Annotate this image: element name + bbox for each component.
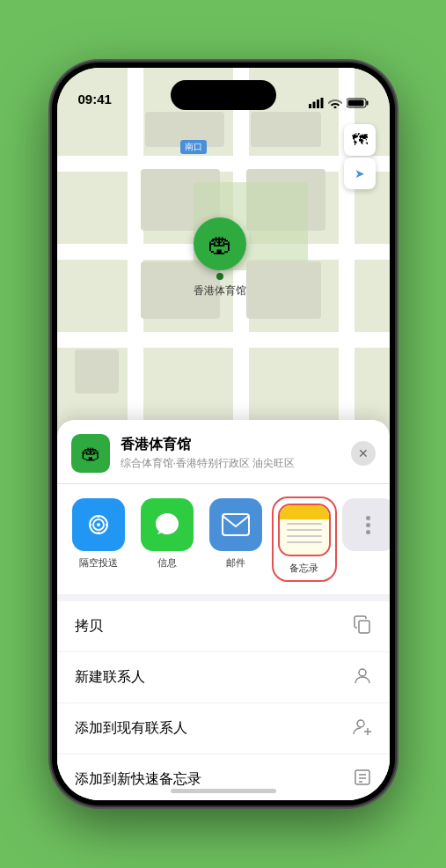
svg-point-9 <box>97 523 100 526</box>
sheet-header: 🏟 香港体育馆 综合体育馆·香港特别行政区 油尖旺区 ✕ <box>57 420 390 484</box>
notes-line-2 <box>287 529 322 531</box>
svg-point-16 <box>359 669 366 676</box>
map-area: 南口 🗺 ➤ 🏟 香港体育馆 <box>57 68 390 438</box>
pin-emoji: 🏟 <box>208 230 232 259</box>
share-row: 隔空投送 信息 <box>57 484 390 601</box>
venue-info: 香港体育馆 综合体育馆·香港特别行政区 油尖旺区 <box>121 436 351 471</box>
notes-line-4 <box>287 541 322 543</box>
svg-rect-6 <box>347 100 363 107</box>
action-add-existing[interactable]: 添加到现有联系人 <box>57 703 390 754</box>
more-dot-1 <box>366 516 370 520</box>
bottom-sheet: 🏟 香港体育馆 综合体育馆·香港特别行政区 油尖旺区 ✕ <box>57 420 390 800</box>
map-view-toggle[interactable]: 🗺 <box>344 124 376 156</box>
more-dot-3 <box>366 530 370 534</box>
share-notes[interactable]: 备忘录 <box>274 498 335 580</box>
pin-circle: 🏟 <box>194 217 246 270</box>
copy-icon <box>353 614 372 638</box>
action-new-contact[interactable]: 新建联系人 <box>57 652 390 703</box>
more-dots <box>366 516 370 534</box>
more-icon <box>342 498 390 551</box>
svg-point-17 <box>357 720 364 727</box>
share-airdrop[interactable]: 隔空投送 <box>68 498 129 580</box>
new-contact-label: 新建联系人 <box>75 668 145 687</box>
map-controls: 🗺 ➤ <box>344 124 376 189</box>
venue-sheet-icon: 🏟 <box>71 434 110 473</box>
notes-label: 备忘录 <box>289 562 318 575</box>
venue-pin: 🏟 香港体育馆 <box>194 217 246 298</box>
venue-name: 香港体育馆 <box>121 436 351 454</box>
svg-rect-0 <box>309 104 311 108</box>
notes-icon <box>278 504 331 556</box>
airdrop-label: 隔空投送 <box>79 556 118 570</box>
add-notes-icon <box>353 768 372 791</box>
notes-line-3 <box>287 535 322 537</box>
action-copy[interactable]: 拷贝 <box>57 601 390 652</box>
messages-label: 信息 <box>157 556 177 570</box>
phone-screen: 09:41 <box>57 68 390 800</box>
share-more[interactable] <box>342 498 390 580</box>
wifi-icon <box>328 98 342 108</box>
svg-rect-14 <box>223 514 249 535</box>
mail-label: 邮件 <box>226 556 245 570</box>
venue-subtitle: 综合体育馆·香港特别行政区 油尖旺区 <box>121 456 351 471</box>
svg-rect-15 <box>359 621 369 633</box>
new-contact-icon <box>353 666 372 689</box>
svg-rect-1 <box>312 102 315 109</box>
mail-icon <box>209 498 262 551</box>
messages-icon <box>141 498 194 551</box>
status-icons <box>309 98 369 108</box>
action-list: 拷贝 新建联系人 <box>57 601 390 800</box>
more-dot-2 <box>366 523 370 527</box>
notes-top-bar <box>280 505 329 519</box>
add-notes-label: 添加到新快速备忘录 <box>75 770 201 789</box>
status-time: 09:41 <box>78 92 112 108</box>
location-button[interactable]: ➤ <box>344 158 376 189</box>
add-existing-label: 添加到现有联系人 <box>75 719 187 738</box>
dynamic-island <box>171 80 276 110</box>
close-button[interactable]: ✕ <box>351 441 376 466</box>
share-mail[interactable]: 邮件 <box>205 498 267 580</box>
svg-rect-5 <box>366 101 368 106</box>
battery-icon <box>347 98 369 108</box>
notes-line-1 <box>287 523 322 525</box>
signal-icon <box>309 98 324 108</box>
phone-frame: 09:41 <box>52 63 395 805</box>
add-existing-icon <box>353 717 372 740</box>
copy-label: 拷贝 <box>75 617 103 636</box>
map-label: 南口 <box>180 140 207 154</box>
pin-label: 香港体育馆 <box>194 283 246 298</box>
notes-lines <box>287 523 322 543</box>
pin-dot <box>216 273 223 280</box>
home-indicator <box>171 789 276 793</box>
action-add-notes[interactable]: 添加到新快速备忘录 <box>57 754 390 800</box>
svg-rect-2 <box>317 99 319 108</box>
share-messages[interactable]: 信息 <box>136 498 198 580</box>
svg-rect-3 <box>320 98 323 108</box>
airdrop-icon <box>72 498 125 551</box>
